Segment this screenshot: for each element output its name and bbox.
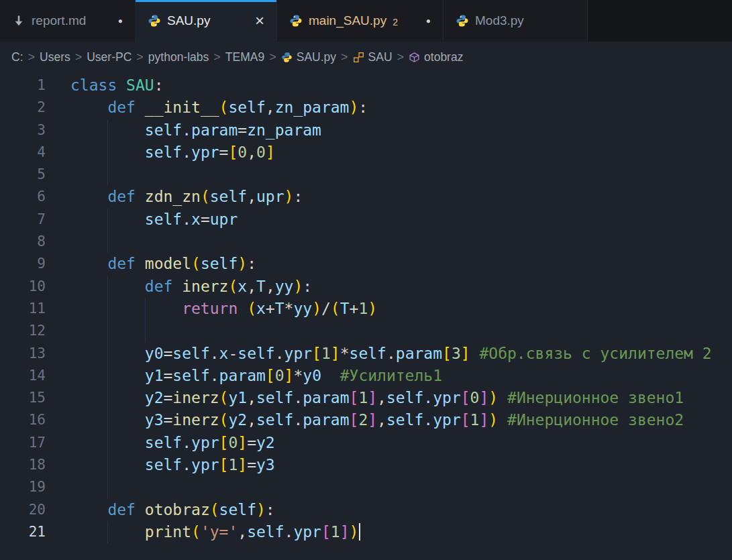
code-token (70, 188, 107, 205)
code-token: ) (256, 501, 266, 518)
code-line[interactable]: 6 def zdn_zn(self,upr): (0, 186, 732, 208)
code-token: 3 (452, 345, 461, 362)
code-token: self (256, 389, 293, 406)
code-token: print (145, 523, 191, 541)
chevron-right-icon: > (339, 50, 350, 64)
code-token (70, 501, 107, 518)
python-icon (456, 14, 469, 27)
code-token: [ (266, 367, 275, 384)
code-text: def zdn_zn(self,upr): (70, 186, 732, 208)
code-text: y2=inerz(y1,self.param[1],self.ypr[0]) #… (70, 387, 732, 409)
code-text: y3=inerz(y2,self.param[2],self.ypr[1]) #… (70, 409, 732, 431)
code-token: self (238, 345, 274, 362)
code-area: 1class SAU:2 def __init__(self,zn_param)… (0, 74, 732, 543)
code-line[interactable]: 1class SAU: (0, 74, 732, 97)
code-token: = (238, 121, 247, 139)
indent-guide (107, 209, 108, 231)
code-line[interactable]: 8 (0, 231, 732, 253)
code-line[interactable]: 20 def otobraz(self): (0, 499, 732, 521)
code-line[interactable]: 2 def __init__(self,zn_param): (0, 97, 732, 119)
code-line[interactable]: 7 self.x=upr (0, 209, 732, 231)
breadcrumb-item-tema9[interactable]: TEMA9 (222, 50, 268, 64)
code-token: . (293, 389, 303, 406)
close-icon[interactable]: × (255, 13, 264, 29)
code-line[interactable]: 14 y1=self.param[0]*y0 #Усилитель1 (0, 365, 732, 387)
code-text: y0=self.x-self.ypr[1]*self.param[3] #Обр… (70, 343, 732, 365)
code-token: T (275, 300, 284, 317)
tab-sau-py[interactable]: SAU.py × (136, 0, 277, 42)
code-line[interactable]: 18 self.ypr[1]=y3 (0, 454, 732, 476)
code-line[interactable]: 10 def inerz(x,T,yy): (0, 276, 732, 298)
chevron-right-icon: > (74, 50, 84, 64)
tab-report-md[interactable]: report.md ● (0, 0, 136, 42)
code-line[interactable]: 9 def model(self): (0, 253, 732, 275)
code-token: ) (368, 300, 377, 317)
code-token: = (219, 144, 229, 161)
code-line[interactable]: 19 (0, 476, 732, 498)
code-token: #Обр.связь с усилителем 2 (479, 345, 711, 362)
code-token: . (182, 211, 191, 228)
code-line[interactable]: 11 return (x+T*yy)/(T+1) (0, 298, 732, 320)
code-token: 0 (470, 389, 480, 406)
line-number: 11 (0, 298, 46, 320)
code-token: y2 (145, 389, 164, 406)
code-token: #Инерционное звено2 (507, 411, 684, 429)
code-token: [ (461, 389, 470, 406)
code-token (136, 255, 145, 272)
code-line[interactable]: 15 y2=inerz(y1,self.param[1],self.ypr[0]… (0, 387, 732, 409)
tab-mod3-py[interactable]: Mod3.py (443, 0, 588, 42)
indent-guide (107, 365, 108, 387)
code-token: ) (312, 300, 321, 317)
code-line[interactable]: 16 y3=inerz(y2,self.param[2],self.ypr[1]… (0, 409, 732, 431)
code-text (70, 231, 732, 253)
breadcrumb-item-users[interactable]: Users (36, 50, 74, 64)
indent-guide (145, 298, 146, 320)
line-number: 4 (0, 142, 46, 164)
code-token: - (228, 345, 238, 362)
tab-label: SAU.py (167, 13, 210, 28)
code-token: , (247, 411, 256, 429)
code-line[interactable]: 13 y0=self.x-self.ypr[1]*self.param[3] #… (0, 343, 732, 365)
breadcrumb-item-drive[interactable]: C: (8, 50, 27, 64)
code-token: ] (461, 345, 470, 362)
code-line[interactable]: 4 self.ypr=[0,0] (0, 142, 732, 164)
code-token: , (377, 389, 386, 406)
breadcrumb-label: User-PC (87, 50, 132, 64)
code-token: ypr (284, 345, 313, 362)
code-editor[interactable]: 1class SAU:2 def __init__(self,zn_param)… (0, 72, 732, 543)
breadcrumb-item-file[interactable]: SAU.py (278, 50, 339, 64)
indent-guide (107, 142, 108, 164)
code-token: inerz (182, 278, 228, 295)
breadcrumb-item-method[interactable]: otobraz (405, 50, 466, 64)
code-token: SAU (126, 76, 154, 94)
code-token (136, 501, 145, 518)
code-line[interactable]: 3 self.param=zn_param (0, 119, 732, 142)
code-token: ] (479, 411, 488, 429)
line-number: 9 (0, 253, 46, 275)
code-token: . (182, 456, 191, 473)
modified-dot-icon[interactable]: ● (118, 16, 123, 25)
breadcrumb-item-python-labs[interactable]: python-labs (145, 50, 212, 64)
code-token (70, 300, 182, 317)
code-token: . (182, 121, 191, 139)
code-token: T (256, 278, 266, 295)
code-line[interactable]: 5 (0, 164, 732, 186)
indent-guide (107, 476, 108, 498)
tab-bar: report.md ● SAU.py × main_SAU.py 2 ● (0, 0, 732, 42)
code-token: [ (321, 523, 331, 541)
breadcrumb-item-user-pc[interactable]: User-PC (83, 50, 135, 64)
code-token: 1 (470, 411, 480, 429)
code-token (136, 188, 145, 205)
code-token: y3 (145, 411, 164, 429)
code-line[interactable]: 17 self.ypr[0]=y2 (0, 432, 732, 454)
tab-main-sau-py[interactable]: main_SAU.py 2 ● (277, 0, 443, 42)
code-token: model (145, 255, 191, 272)
code-token: otobraz (145, 501, 210, 518)
breadcrumb-item-class[interactable]: SAU (350, 50, 396, 64)
code-text: def otobraz(self): (70, 499, 732, 521)
code-line[interactable]: 21 print('y=',self.ypr[1]) (0, 521, 732, 543)
code-token: ( (219, 411, 229, 429)
modified-dot-icon[interactable]: ● (426, 16, 431, 25)
code-token: y2 (228, 411, 247, 429)
code-line[interactable]: 12 (0, 320, 732, 342)
